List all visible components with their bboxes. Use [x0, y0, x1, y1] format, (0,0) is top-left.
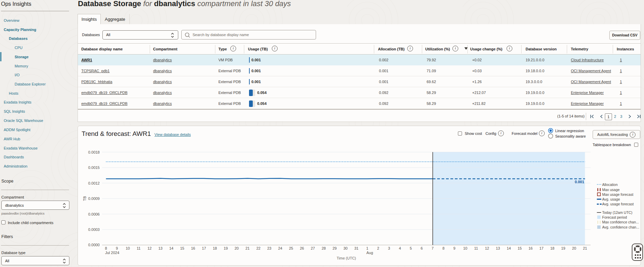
svg-text:26: 26 [300, 246, 304, 250]
svg-text:7: 7 [431, 246, 433, 250]
svg-text:30: 30 [343, 246, 347, 250]
svg-text:21: 21 [245, 246, 249, 250]
svg-text:31: 31 [354, 246, 358, 250]
svg-text:10: 10 [126, 246, 130, 250]
svg-text:28: 28 [321, 246, 326, 250]
svg-text:8: 8 [442, 246, 444, 250]
svg-text:23: 23 [267, 246, 271, 250]
svg-text:27: 27 [311, 246, 315, 250]
svg-text:Today (12am UTC): Today (12am UTC) [602, 210, 632, 215]
svg-text:20: 20 [572, 246, 576, 250]
svg-text:1: 1 [366, 246, 368, 250]
svg-text:13: 13 [496, 246, 500, 250]
svg-text:0.0012: 0.0012 [88, 181, 100, 185]
svg-text:Max confidence chan...: Max confidence chan... [602, 220, 639, 224]
svg-text:18: 18 [550, 246, 554, 250]
svg-text:13: 13 [158, 246, 162, 250]
svg-text:12: 12 [147, 246, 151, 250]
svg-text:Max usage forecast: Max usage forecast [602, 192, 633, 197]
svg-text:21: 21 [583, 246, 587, 250]
svg-text:10: 10 [463, 246, 467, 250]
svg-text:0.0000: 0.0000 [88, 243, 100, 247]
svg-text:16: 16 [191, 246, 195, 250]
svg-text:TB: TB [83, 196, 87, 201]
svg-text:14: 14 [169, 246, 173, 250]
svg-text:Time (UTC): Time (UTC) [336, 256, 356, 260]
svg-text:0.0003: 0.0003 [88, 227, 100, 232]
svg-text:29: 29 [332, 246, 336, 250]
svg-text:11: 11 [137, 246, 141, 250]
svg-text:11: 11 [474, 246, 478, 250]
svg-text:3: 3 [388, 246, 390, 250]
svg-text:5: 5 [410, 246, 412, 250]
svg-text:17: 17 [202, 246, 206, 250]
svg-text:20: 20 [234, 246, 238, 250]
svg-text:0.001: 0.001 [575, 180, 584, 184]
svg-text:16: 16 [528, 246, 532, 250]
svg-text:17: 17 [539, 246, 543, 250]
svg-text:2: 2 [377, 246, 379, 250]
svg-text:8: 8 [105, 246, 107, 250]
svg-text:15: 15 [180, 246, 184, 250]
svg-text:19: 19 [561, 246, 565, 250]
svg-text:14: 14 [507, 246, 511, 250]
svg-text:Allocation: Allocation [602, 183, 618, 187]
svg-text:Avg. usage forecast: Avg. usage forecast [602, 202, 634, 206]
svg-text:19: 19 [224, 246, 228, 250]
svg-text:24: 24 [278, 246, 282, 250]
svg-text:4: 4 [399, 246, 401, 250]
svg-text:6: 6 [420, 246, 423, 250]
svg-text:0.0015: 0.0015 [88, 166, 100, 170]
svg-text:Avg. confidence chan...: Avg. confidence chan... [602, 225, 639, 229]
svg-text:9: 9 [116, 246, 118, 250]
svg-text:Avg. usage: Avg. usage [602, 197, 620, 201]
svg-text:0.0006: 0.0006 [88, 212, 100, 216]
svg-text:25: 25 [289, 246, 293, 250]
svg-text:0.0009: 0.0009 [88, 197, 100, 201]
svg-text:9: 9 [453, 246, 455, 250]
svg-text:Aug: Aug [366, 251, 373, 255]
svg-text:Max usage: Max usage [602, 188, 620, 192]
svg-text:15: 15 [517, 246, 522, 250]
svg-text:Jul 2024: Jul 2024 [105, 251, 119, 255]
svg-text:0.0018: 0.0018 [88, 150, 100, 154]
svg-text:12: 12 [485, 246, 489, 250]
svg-text:22: 22 [256, 246, 260, 250]
svg-text:18: 18 [213, 246, 217, 250]
svg-text:Forecast period: Forecast period [602, 215, 627, 219]
